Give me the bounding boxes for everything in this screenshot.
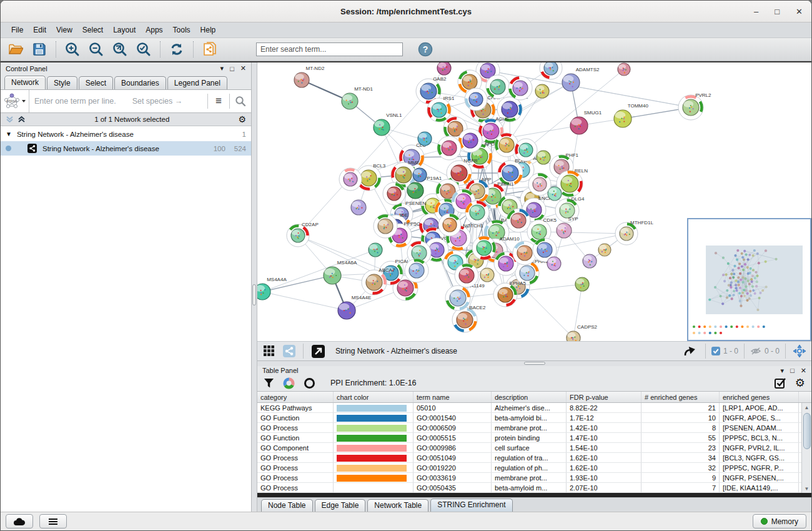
grid-view-icon[interactable] xyxy=(261,342,277,360)
table-panel-collapse-icon[interactable]: ▾ xyxy=(781,367,785,375)
network-node[interactable] xyxy=(458,129,482,152)
column-header-enriched-genes[interactable]: enriched genes xyxy=(720,392,799,402)
string-search-icon[interactable] xyxy=(230,96,251,107)
filter-icon[interactable] xyxy=(264,378,274,389)
set-species-hint[interactable]: Set species → xyxy=(132,97,207,106)
draw-charts-icon[interactable] xyxy=(283,377,295,389)
network-node[interactable] xyxy=(351,200,366,215)
table-row[interactable]: GO ProcessGO:0006509membrane prot...1.42… xyxy=(257,423,801,433)
control-panel-float-icon[interactable]: □ xyxy=(230,65,234,72)
memory-button[interactable]: Memory xyxy=(753,514,806,529)
table-row[interactable]: GO FunctionGO:0001540beta-amyloid bi...1… xyxy=(257,413,801,423)
column-header-chart-color[interactable]: chart color xyxy=(334,392,413,402)
tab-boundaries[interactable]: Boundaries xyxy=(114,76,166,89)
tree-expand-icon[interactable]: ▼ xyxy=(6,131,12,137)
table-row[interactable]: KEGG Pathways05010Alzheimer's dise...8.8… xyxy=(257,403,801,413)
network-node-smug1[interactable]: SMUG1 xyxy=(570,110,602,134)
tab-legend-panel[interactable]: Legend Panel xyxy=(167,76,227,89)
table-row[interactable]: GO ProcessGO:0033619membrane prot...1.93… xyxy=(257,473,801,483)
menu-edit[interactable]: Edit xyxy=(29,24,51,36)
network-node-cadps2[interactable]: CADPS2 xyxy=(567,324,598,341)
network-node[interactable] xyxy=(535,84,549,98)
column-header-term-name[interactable]: term name xyxy=(413,392,492,402)
menu-select[interactable]: Select xyxy=(78,24,107,36)
network-node-pvrl2[interactable]: PVRL2 xyxy=(678,92,711,120)
table-row[interactable]: GO ComponentGO:0009986cell surface1.54E-… xyxy=(257,443,801,453)
table-row[interactable]: GO ProcessGO:0051049regulation of tra...… xyxy=(257,453,801,463)
pan-navigate-icon[interactable] xyxy=(791,342,808,360)
minimize-button[interactable]: – xyxy=(754,7,758,16)
network-node[interactable] xyxy=(528,173,551,196)
column-header-fdr-p-value[interactable]: FDR p-value xyxy=(567,392,641,402)
refresh-icon[interactable] xyxy=(167,40,187,59)
export-network-icon[interactable] xyxy=(681,342,700,360)
network-node[interactable] xyxy=(548,187,562,201)
network-node[interactable] xyxy=(374,214,397,238)
table-row[interactable]: GO ProcessGO:0019220regulation of ph...1… xyxy=(257,463,801,473)
splitter-grip[interactable] xyxy=(252,284,256,305)
tab-edge-table[interactable]: Edge Table xyxy=(315,499,366,512)
network-node-mt-nd1[interactable]: MT-ND1 xyxy=(342,86,373,109)
menu-layout[interactable]: Layout xyxy=(109,24,140,36)
vertical-splitter[interactable] xyxy=(252,62,257,512)
scrollbar-thumb[interactable] xyxy=(803,413,811,449)
network-list-gear-icon[interactable]: ⚙ xyxy=(238,114,246,124)
reset-charts-icon[interactable] xyxy=(304,377,315,389)
network-node[interactable] xyxy=(583,254,597,268)
menu-apps[interactable]: Apps xyxy=(141,24,167,36)
column-header-category[interactable]: category xyxy=(257,392,334,402)
network-node[interactable] xyxy=(537,151,550,164)
network-canvas[interactable]: MT-ND2MT-ND1VSNL1CD2APMS4A4AMS4A6AMS4A4E… xyxy=(257,62,811,341)
maximize-button[interactable]: □ xyxy=(775,7,780,16)
tab-network-table[interactable]: Network Table xyxy=(367,499,428,512)
help-icon[interactable]: ? xyxy=(415,40,435,59)
search-input[interactable] xyxy=(256,42,403,56)
network-node[interactable] xyxy=(508,76,532,100)
open-file-icon[interactable] xyxy=(6,40,26,59)
network-node-mthfd1l[interactable]: MTHFD1L xyxy=(615,220,653,245)
menu-tools[interactable]: Tools xyxy=(169,24,195,36)
tab-node-table[interactable]: Node Table xyxy=(261,499,313,512)
zoom-out-icon[interactable] xyxy=(86,40,106,59)
control-panel-close-icon[interactable]: ✕ xyxy=(240,64,246,72)
network-node[interactable] xyxy=(480,268,494,282)
network-node-mt-nd2[interactable]: MT-ND2 xyxy=(294,66,325,87)
collapse-all-icon[interactable] xyxy=(6,116,14,123)
network-node[interactable] xyxy=(465,88,487,111)
menu-file[interactable]: File xyxy=(7,24,27,36)
tab-string-enrichment[interactable]: STRING Enrichment xyxy=(430,499,512,512)
open-in-new-window-icon[interactable] xyxy=(309,342,327,360)
zoom-selected-icon[interactable] xyxy=(134,40,154,59)
expand-all-icon[interactable] xyxy=(17,116,26,123)
tab-select[interactable]: Select xyxy=(79,76,113,89)
network-node[interactable] xyxy=(507,209,530,232)
zoom-in-icon[interactable] xyxy=(62,40,82,59)
table-settings-gear-icon[interactable]: ⚙ xyxy=(795,376,805,390)
cloud-tasks-button[interactable] xyxy=(6,514,33,529)
network-node-ms4a6a[interactable]: MS4A6A xyxy=(324,260,357,284)
network-from-file-icon[interactable] xyxy=(200,40,220,59)
control-panel-collapse-icon[interactable]: ▾ xyxy=(220,64,224,72)
menu-help[interactable]: Help xyxy=(196,24,220,36)
network-collection-row[interactable]: ▼ String Network - Alzheimer's disease 1 xyxy=(1,127,251,141)
select-columns-icon[interactable] xyxy=(775,377,786,389)
network-node[interactable] xyxy=(405,259,428,282)
network-node[interactable] xyxy=(515,139,537,161)
zoom-fit-icon[interactable] xyxy=(110,40,130,59)
network-node[interactable] xyxy=(339,168,362,191)
string-logo-icon[interactable]: STRING xyxy=(1,90,29,112)
network-node[interactable] xyxy=(437,136,461,160)
table-horizontal-scrollbar[interactable] xyxy=(257,493,811,497)
birdseye-view-panel[interactable] xyxy=(687,218,811,341)
table-panel-float-icon[interactable]: □ xyxy=(790,367,795,374)
network-node[interactable] xyxy=(618,63,630,76)
network-node[interactable] xyxy=(540,62,562,79)
network-node[interactable] xyxy=(547,257,561,270)
table-scrollbar[interactable]: ▲ ▼ xyxy=(801,403,811,493)
task-history-button[interactable] xyxy=(39,514,67,529)
save-session-icon[interactable] xyxy=(29,40,49,59)
splitter-grip[interactable] xyxy=(524,362,545,365)
column-header--enriched-genes[interactable]: # enriched genes xyxy=(641,392,720,402)
tab-network[interactable]: Network xyxy=(4,76,46,89)
network-node[interactable] xyxy=(455,264,478,287)
